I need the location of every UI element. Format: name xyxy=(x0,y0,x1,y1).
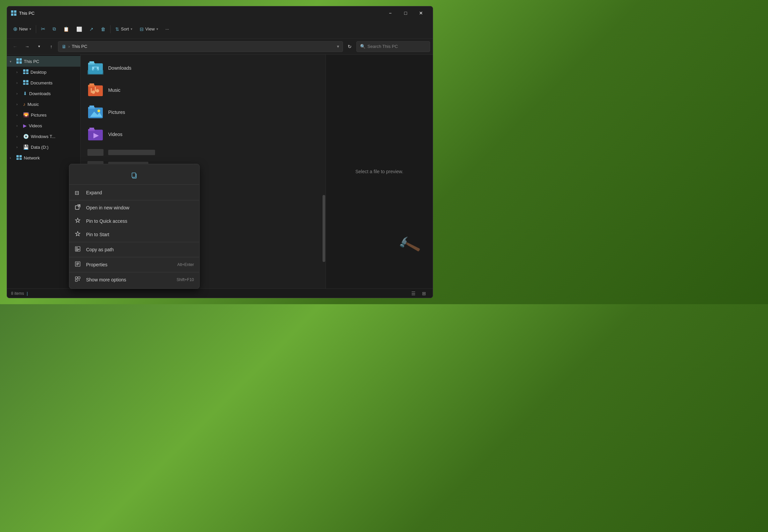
svg-rect-41 xyxy=(89,128,94,130)
svg-rect-6 xyxy=(16,61,19,64)
toolbar-sep-1 xyxy=(36,25,36,33)
window-title: This PC xyxy=(19,11,382,16)
back-button[interactable]: ← xyxy=(10,41,20,52)
context-sep-3 xyxy=(69,257,199,257)
videos-folder-icon: ▶ xyxy=(23,123,27,128)
context-pin-quick-access[interactable]: Pin to Quick access xyxy=(69,214,199,228)
share-button[interactable]: ↗ xyxy=(86,23,97,35)
svg-rect-55 xyxy=(78,277,80,279)
svg-rect-44 xyxy=(132,173,136,177)
sort-button[interactable]: ⇅ Sort ▾ xyxy=(112,23,136,35)
context-copy-path[interactable]: Copy as path xyxy=(69,243,199,256)
desktop-label: Desktop xyxy=(30,70,78,75)
cut-icon: ✂ xyxy=(41,26,45,32)
context-menu-top-icons xyxy=(69,166,199,185)
sidebar-item-this-pc[interactable]: ▾ This PC xyxy=(7,56,80,67)
copy-button[interactable]: ⧉ xyxy=(49,23,59,35)
downloads-folder-item[interactable]: Downloads xyxy=(83,57,320,79)
address-separator: › xyxy=(68,44,70,49)
windows-label: Windows T... xyxy=(31,134,78,139)
videos-folder-item[interactable]: Videos xyxy=(83,124,320,145)
file-scrollbar[interactable] xyxy=(322,55,326,288)
new-chevron-icon: ▾ xyxy=(29,27,31,31)
sidebar-item-documents[interactable]: › Documents xyxy=(7,77,80,88)
context-properties[interactable]: Properties Alt+Enter xyxy=(69,258,199,271)
more-options-button[interactable]: ··· xyxy=(162,23,172,35)
refresh-button[interactable]: ↻ xyxy=(344,41,355,52)
svg-rect-26 xyxy=(87,70,103,75)
music-label: Music xyxy=(27,102,78,107)
context-expand[interactable]: ⊟ Expand xyxy=(69,186,199,199)
expand-icon: ⊟ xyxy=(75,190,81,196)
title-bar: This PC − □ ✕ xyxy=(7,6,433,20)
minimize-button[interactable]: − xyxy=(382,8,398,18)
svg-rect-36 xyxy=(89,106,94,108)
sidebar-item-videos[interactable]: › ▶ Videos xyxy=(7,120,80,131)
context-copy-icon-btn[interactable] xyxy=(128,169,141,182)
svg-rect-19 xyxy=(19,158,22,160)
cut-button[interactable]: ✂ xyxy=(38,23,49,35)
svg-rect-48 xyxy=(76,249,79,250)
sidebar-item-network[interactable]: › Network xyxy=(7,152,80,163)
properties-icon xyxy=(75,261,81,268)
context-pin-start[interactable]: Pin to Start xyxy=(69,228,199,241)
data-d-drive-icon: 💾 xyxy=(23,144,29,150)
address-pc-icon: 🖥 xyxy=(62,44,66,49)
new-button[interactable]: ⊕ New ▾ xyxy=(10,23,34,35)
sort-label: Sort xyxy=(121,26,129,31)
context-show-more-options[interactable]: Show more options Shift+F10 xyxy=(69,273,199,286)
svg-rect-10 xyxy=(23,72,25,74)
expand-music-icon: › xyxy=(16,103,21,106)
copy-path-icon xyxy=(75,246,81,253)
copy-icon: ⧉ xyxy=(53,26,56,32)
maximize-button[interactable]: □ xyxy=(398,8,413,18)
preview-pane: Select a file to preview. 🔨 xyxy=(326,55,433,288)
svg-rect-53 xyxy=(76,265,78,265)
address-bar-area: ← → ▾ ↑ 🖥 › This PC ▾ ↻ 🔍 Search This PC xyxy=(7,39,433,55)
expand-label: Expand xyxy=(86,190,194,195)
grid-view-button[interactable]: ⊞ xyxy=(419,290,429,297)
show-more-icon xyxy=(75,276,81,283)
sidebar-item-windows[interactable]: › 💿 Windows T... xyxy=(7,131,80,142)
list-view-button[interactable]: ☰ xyxy=(409,290,418,297)
svg-rect-51 xyxy=(76,263,79,263)
sidebar-item-data-d[interactable]: › 💾 Data (D:) xyxy=(7,142,80,152)
view-icon: ⊟ xyxy=(140,26,144,32)
status-cursor: | xyxy=(27,291,28,296)
drive-bar-1 xyxy=(87,149,103,156)
close-button[interactable]: ✕ xyxy=(413,8,429,18)
delete-button[interactable]: 🗑 xyxy=(97,23,109,35)
svg-rect-54 xyxy=(75,277,77,279)
window-controls: − □ ✕ xyxy=(382,8,429,18)
paste-button[interactable]: 📋 xyxy=(60,23,72,35)
sidebar-item-desktop[interactable]: › Desktop xyxy=(7,67,80,77)
sidebar-item-downloads[interactable]: › ⬇ Downloads xyxy=(7,88,80,99)
search-bar[interactable]: 🔍 Search This PC xyxy=(356,41,430,52)
show-more-options-label: Show more options xyxy=(86,277,172,282)
preview-text: Select a file to preview. xyxy=(355,169,403,174)
pictures-folder-item[interactable]: Pictures xyxy=(83,102,320,123)
music-folder-item[interactable]: Music xyxy=(83,79,320,101)
view-button[interactable]: ⊟ View ▾ xyxy=(136,23,161,35)
context-open-new-window[interactable]: Open in new window xyxy=(69,201,199,214)
items-count: 8 items xyxy=(11,291,24,296)
documents-folder-icon xyxy=(23,80,28,86)
drive-item-1[interactable] xyxy=(83,146,320,158)
svg-rect-16 xyxy=(16,155,19,157)
forward-button[interactable]: → xyxy=(22,41,32,52)
network-icon xyxy=(16,155,22,161)
up-button[interactable]: ↑ xyxy=(46,41,57,52)
show-more-options-shortcut: Shift+F10 xyxy=(177,277,194,282)
recent-locations-button[interactable]: ▾ xyxy=(34,41,45,52)
address-bar[interactable]: 🖥 › This PC ▾ xyxy=(58,41,343,52)
rename-button[interactable]: ⬜ xyxy=(73,23,85,35)
data-d-label: Data (D:) xyxy=(31,145,78,150)
sidebar-item-pictures[interactable]: › 🌄 Pictures xyxy=(7,110,80,120)
music-folder-icon: ♪ xyxy=(23,102,25,107)
toolbar: ⊕ New ▾ ✂ ⧉ 📋 ⬜ ↗ 🗑 ⇅ Sort ▾ ⊟ xyxy=(7,20,433,39)
open-new-window-icon xyxy=(75,204,81,211)
sidebar-item-music[interactable]: › ♪ Music xyxy=(7,99,80,110)
expand-downloads-icon: › xyxy=(16,92,21,95)
status-bar: 8 items | ☰ ⊞ xyxy=(7,288,433,298)
svg-rect-8 xyxy=(23,69,25,72)
